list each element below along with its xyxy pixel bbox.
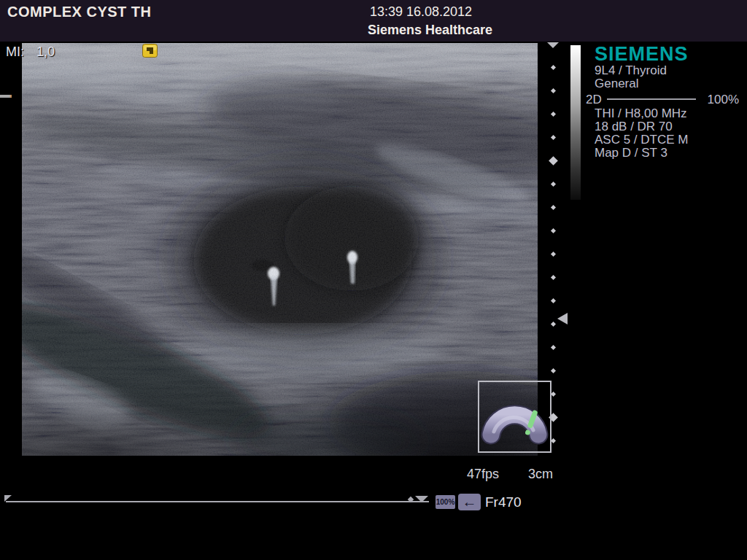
thi-frequency-label: THI / H8,00 MHz — [595, 106, 687, 121]
probe-thumbnail-box — [478, 381, 551, 453]
mode-2d-label: 2D — [586, 93, 602, 107]
ultrasound-screen: COMPLEX CYST TH 13:39 16.08.2012 Siemens… — [0, 0, 747, 560]
frame-counter-label: Fr470 — [485, 494, 522, 510]
tgc-level-dash — [0, 95, 12, 98]
ruler-tick-minor — [551, 112, 556, 117]
cine-scrollbar[interactable] — [6, 501, 429, 502]
framerate-label: 47fps — [467, 467, 499, 482]
asc-dtce-label: ASC 5 / DTCE M — [595, 133, 688, 147]
ruler-tick-minor — [551, 298, 556, 303]
cine-position-marker-icon[interactable] — [415, 496, 428, 502]
ruler-tick-minor — [551, 135, 556, 140]
ruler-tick-minor — [551, 228, 556, 233]
vendor-label: Siemens Healthcare — [368, 23, 492, 38]
siemens-logo: SIEMENS — [595, 43, 689, 66]
grayscale-bar — [570, 45, 581, 200]
ruler-tick-minor — [551, 392, 556, 397]
depth-label: 3cm — [528, 467, 553, 482]
ruler-top-marker-icon — [547, 42, 559, 48]
exam-title: COMPLEX CYST TH — [7, 4, 152, 20]
header-bar: COMPLEX CYST TH 13:39 16.08.2012 Siemens… — [0, 0, 747, 42]
gain-divider-line — [607, 98, 696, 100]
mi-readout: MI:1,0 — [6, 44, 55, 60]
ruler-tick-minor — [551, 368, 556, 373]
preset-label: General — [595, 77, 638, 91]
gain-dynamic-range-label: 18 dB / DR 70 — [595, 120, 673, 134]
zoom-level-badge: 100% — [436, 495, 455, 509]
focus-marker-icon[interactable] — [557, 313, 568, 324]
ultrasound-b-mode-image — [22, 43, 538, 456]
ruler-tick-minor — [551, 345, 556, 350]
mi-label: MI: — [6, 44, 24, 59]
ruler-tick-minor — [551, 88, 556, 93]
datetime-label: 13:39 16.08.2012 — [370, 4, 472, 20]
image-vignette — [22, 43, 538, 456]
back-arrow-button[interactable]: ← — [458, 494, 481, 510]
ruler-tick-minor — [551, 252, 556, 257]
ruler-tick-minor — [551, 205, 556, 210]
ruler-tick-major — [549, 156, 558, 166]
ruler-tick-minor — [551, 438, 556, 443]
transducer-label: 9L4 / Thyroid — [595, 63, 667, 78]
ruler-tick-minor — [551, 65, 556, 70]
gain-row: 2D 100% — [586, 93, 740, 106]
map-st-label: Map D / ST 3 — [595, 146, 667, 160]
ruler-tick-minor — [551, 322, 556, 327]
ruler-tick-minor — [551, 275, 556, 280]
cine-start-marker-icon — [4, 495, 12, 502]
ruler-tick-minor — [551, 182, 556, 187]
probe-orientation-icon — [142, 44, 158, 58]
gain-percent-label: 100% — [708, 93, 739, 107]
back-arrow-icon: ← — [462, 494, 477, 510]
mi-value: 1,0 — [36, 44, 55, 59]
probe-shape-icon — [479, 382, 550, 451]
